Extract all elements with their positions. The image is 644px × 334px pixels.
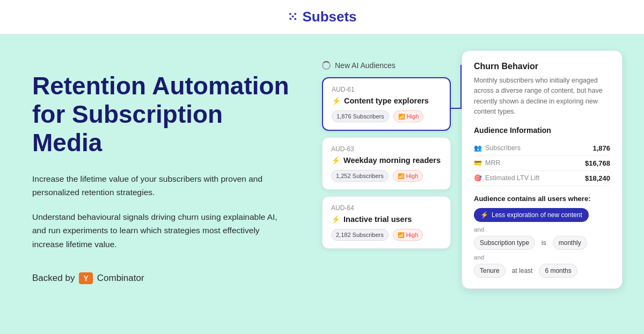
audience-contains-title: Audience contains all users where: — [474, 195, 610, 203]
wifi-icon-2: 📶 — [398, 173, 404, 179]
logo[interactable]: ⁙ Subsets — [287, 9, 356, 25]
ltv-value: $18,240 — [585, 174, 610, 182]
condition-tag-icon: ⚡ — [480, 211, 488, 219]
high-badge-3: 📶 High — [393, 229, 423, 241]
backed-by: Backed by Y Combinator — [32, 272, 290, 284]
condition-monthly: monthly — [553, 236, 587, 250]
lightning-icon-2: ⚡ — [331, 156, 340, 165]
card-badges-2: 1,252 Subscribers 📶 High — [331, 170, 442, 182]
high-badge-2: 📶 High — [393, 170, 423, 182]
card-badges-1: 1,876 Subscribers 📶 High — [332, 110, 441, 122]
connector-line — [450, 108, 462, 109]
logo-icon: ⁙ — [287, 10, 298, 25]
subscribers-value: 1,876 — [592, 144, 610, 152]
card-badges-3: 2,182 Subscribers 📶 High — [331, 229, 442, 241]
churn-description: Monthly subscribers who initially engage… — [474, 76, 610, 117]
condition-months: 6 months — [539, 264, 577, 278]
spinner-icon — [322, 61, 331, 70]
churn-title: Churn Behavior — [474, 62, 610, 71]
card-title-2: ⚡ Weekday morning readers — [331, 156, 442, 165]
ltv-icon: 🎯 — [474, 174, 482, 182]
condition-op-atleast: at least — [509, 265, 536, 277]
yc-badge: Y — [79, 272, 92, 284]
churn-panel: Churn Behavior Monthly subscribers who i… — [462, 50, 623, 289]
condition-op-is: is — [538, 237, 550, 249]
high-badge-1: 📶 High — [393, 110, 424, 122]
condition-tag-exploration: ⚡ Less exploration of new content — [474, 208, 589, 222]
card-id-1: AUD-61 — [332, 86, 441, 93]
card-title-1: ⚡ Content type explorers — [332, 97, 441, 105]
info-row-subscribers: 👥 Subscribers 1,876 — [474, 141, 610, 156]
ai-audiences-header: New AI Audiences — [322, 61, 451, 70]
condition-subscription-type: Subscription type — [474, 236, 535, 250]
audience-cards-section: New AI Audiences AUD-61 ⚡ Content type e… — [322, 56, 451, 289]
hero-description-2: Understand behavioural signals driving c… — [32, 210, 290, 251]
card-id-2: AUD-63 — [331, 145, 442, 153]
wifi-icon-3: 📶 — [398, 232, 404, 238]
card-title-3: ⚡ Inactive trial users — [331, 215, 442, 224]
hero-description-1: Increase the lifetime value of your subs… — [32, 172, 290, 199]
wifi-icon-1: 📶 — [398, 114, 405, 120]
info-row-mrr: 💳 MRR $16,768 — [474, 156, 610, 171]
right-column: New AI Audiences AUD-61 ⚡ Content type e… — [322, 56, 612, 289]
hero-title: Retention Automation for Subscription Me… — [32, 72, 290, 157]
audience-card-aud63[interactable]: AUD-63 ⚡ Weekday morning readers 1,252 S… — [322, 137, 451, 190]
condition-1-tag: ⚡ Less exploration of new content — [474, 208, 610, 222]
main-content: Retention Automation for Subscription Me… — [0, 34, 644, 300]
backed-by-label: Backed by — [32, 273, 75, 284]
condition-tenure: Tenure — [474, 264, 506, 278]
card-id-3: AUD-64 — [331, 204, 442, 212]
audience-card-aud64[interactable]: AUD-64 ⚡ Inactive trial users 2,182 Subs… — [322, 196, 451, 249]
mrr-label: 💳 MRR — [474, 159, 500, 167]
subscribers-label: 👥 Subscribers — [474, 144, 521, 152]
ai-audiences-label-text: New AI Audiences — [335, 61, 396, 70]
mrr-icon: 💳 — [474, 159, 482, 167]
condition-group-2: Subscription type is monthly — [474, 236, 610, 250]
mrr-value: $16,768 — [585, 159, 610, 167]
subscribers-badge-3: 2,182 Subscribers — [331, 229, 389, 241]
logo-text: Subsets — [302, 9, 356, 25]
condition-and-2: and — [474, 254, 610, 261]
condition-group-3: Tenure at least 6 months — [474, 264, 610, 278]
subscribers-icon: 👥 — [474, 144, 482, 152]
subscribers-badge-1: 1,876 Subscribers — [332, 110, 389, 122]
audience-info-title: Audience Information — [474, 126, 610, 135]
lightning-icon-1: ⚡ — [332, 97, 341, 105]
ltv-label: 🎯 Estimated LTV Lift — [474, 174, 539, 182]
app-header: ⁙ Subsets — [0, 0, 644, 34]
audience-card-aud61[interactable]: AUD-61 ⚡ Content type explorers 1,876 Su… — [322, 77, 451, 131]
condition-and-1: and — [474, 226, 610, 233]
info-row-ltv: 🎯 Estimated LTV Lift $18,240 — [474, 171, 610, 186]
lightning-icon-3: ⚡ — [331, 215, 340, 224]
left-column: Retention Automation for Subscription Me… — [32, 56, 290, 289]
combinator-label: Combinator — [97, 273, 144, 284]
subscribers-badge-2: 1,252 Subscribers — [331, 170, 389, 182]
